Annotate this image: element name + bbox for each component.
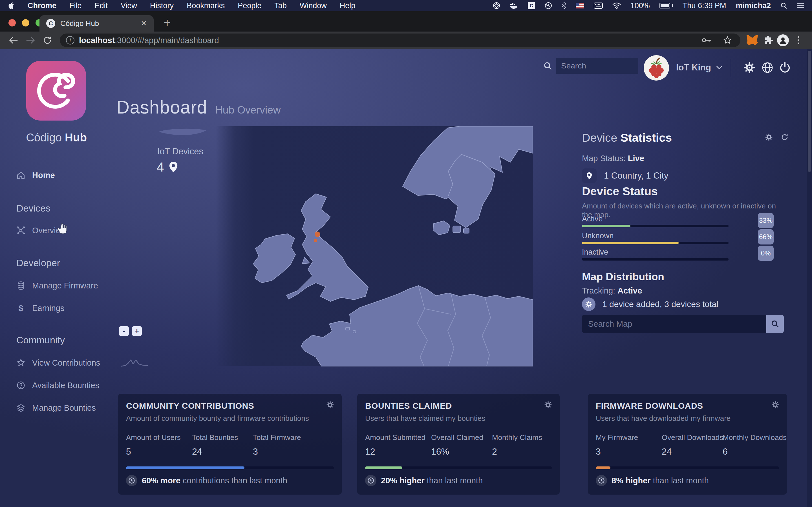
- chrome-tab-strip: C Código Hub ✕ +: [0, 11, 812, 32]
- menu-clock-label[interactable]: Thu 6:39 PM: [682, 1, 726, 10]
- stat-value: 6: [723, 446, 783, 457]
- tab-favicon-icon: C: [46, 19, 55, 28]
- status-progress-track: [582, 258, 728, 261]
- metamask-extension-icon[interactable]: [746, 34, 759, 47]
- keychain-menu-icon[interactable]: [545, 2, 552, 9]
- sidebar-item-home[interactable]: Home: [16, 169, 55, 181]
- stat-label: Overall Claimed: [431, 433, 492, 442]
- menu-item-window[interactable]: Window: [300, 1, 327, 10]
- menu-username-label[interactable]: mimicha2: [735, 1, 771, 10]
- input-source-flag-icon[interactable]: [576, 3, 584, 8]
- menu-item-history[interactable]: History: [150, 1, 174, 10]
- back-button[interactable]: [6, 33, 21, 48]
- status-row-label: Active: [582, 215, 603, 223]
- stat-label: Total Bounties: [192, 433, 253, 442]
- card-progress-fill: [365, 466, 402, 469]
- svg-text:C: C: [530, 3, 533, 8]
- sidebar-item-earnings[interactable]: $ Earnings: [16, 302, 64, 314]
- menu-item-people[interactable]: People: [238, 1, 261, 10]
- wifi-menu-icon[interactable]: [612, 2, 621, 9]
- map-attribution-sparkline: [121, 355, 149, 368]
- notification-center-icon[interactable]: [797, 3, 804, 9]
- map-devices-count: 4: [157, 159, 164, 175]
- device-marker[interactable]: [315, 231, 320, 237]
- header-search-input[interactable]: [556, 58, 638, 74]
- sidebar-item-view-contributions[interactable]: View Contributions: [16, 356, 100, 369]
- card-subtitle: Users that have downloaded my firmware: [596, 414, 779, 423]
- menu-item-bookmarks[interactable]: Bookmarks: [187, 1, 225, 10]
- globe-icon[interactable]: [761, 61, 774, 74]
- user-menu[interactable]: IoT King: [676, 62, 722, 73]
- map-search-input[interactable]: [582, 315, 766, 333]
- battery-icon[interactable]: [659, 3, 673, 8]
- browser-profile-icon[interactable]: [777, 34, 789, 46]
- scrollbar-thumb[interactable]: [808, 51, 811, 172]
- reload-button[interactable]: [40, 33, 55, 48]
- lifebuoy-menu-icon[interactable]: [493, 2, 500, 9]
- bluetooth-menu-icon[interactable]: [562, 2, 566, 9]
- header-search-icon[interactable]: [544, 62, 552, 70]
- sidebar-section-devices: Devices: [16, 203, 50, 214]
- tab-close-icon[interactable]: ✕: [141, 19, 147, 28]
- browser-menu-icon[interactable]: [791, 33, 806, 48]
- menu-item-tab[interactable]: Tab: [274, 1, 287, 10]
- c-app-menu-icon[interactable]: C: [528, 2, 535, 9]
- user-avatar[interactable]: [644, 55, 669, 80]
- browser-tab[interactable]: C Código Hub ✕: [40, 15, 154, 32]
- map-zoom-out-button[interactable]: -: [119, 326, 129, 336]
- card-settings-gear-icon[interactable]: [545, 401, 552, 408]
- minimize-window-button[interactable]: [22, 19, 29, 26]
- hub-icon: [16, 226, 26, 235]
- device-statistics-title: Device Statistics: [582, 131, 672, 145]
- status-pct-badge: 0%: [758, 245, 774, 261]
- firmware-downloads-card: FIRMWARE DOWNLOADS Users that have downl…: [588, 394, 787, 495]
- keyboard-menu-icon[interactable]: [594, 3, 603, 9]
- power-icon[interactable]: [778, 61, 792, 74]
- scrollbar[interactable]: [807, 49, 812, 507]
- stat-label: Monthly Downloads: [723, 433, 783, 442]
- card-progress-fill: [596, 466, 610, 469]
- bookmark-star-icon[interactable]: [721, 34, 734, 47]
- menu-item-help[interactable]: Help: [340, 1, 356, 10]
- forward-button[interactable]: [23, 33, 38, 48]
- password-key-icon[interactable]: [700, 34, 713, 47]
- panel-refresh-icon[interactable]: [781, 133, 788, 141]
- sidebar-item-available-bounties[interactable]: Available Bounties: [16, 379, 99, 392]
- extensions-puzzle-icon[interactable]: [761, 34, 775, 47]
- status-row-label: Unknown: [582, 231, 614, 240]
- status-pct-badge: 33%: [758, 213, 774, 228]
- close-window-button[interactable]: [8, 19, 16, 26]
- menu-item-chrome[interactable]: Chrome: [28, 1, 56, 10]
- sidebar-item-manage-bounties[interactable]: Manage Bounties: [16, 402, 96, 414]
- site-info-icon[interactable]: i: [66, 36, 74, 45]
- device-marker[interactable]: [314, 239, 317, 242]
- menu-item-view[interactable]: View: [121, 1, 137, 10]
- trend-clock-icon: [126, 475, 137, 486]
- brand-title: Código Hub: [0, 131, 113, 144]
- docker-menu-icon[interactable]: [510, 2, 518, 9]
- map-zoom-in-button[interactable]: +: [132, 326, 142, 336]
- chrome-toolbar: i localhost:3000/#/app/main/dashboard: [0, 32, 812, 49]
- app-logo[interactable]: [26, 61, 86, 121]
- panel-settings-gear-icon[interactable]: [765, 133, 772, 141]
- settings-gear-icon[interactable]: [743, 61, 756, 74]
- new-tab-button[interactable]: +: [160, 16, 174, 30]
- card-footer-text: 8% higher than last month: [612, 476, 709, 485]
- spotlight-search-icon[interactable]: [780, 2, 787, 9]
- menu-item-file[interactable]: File: [69, 1, 82, 10]
- sidebar-item-manage-firmware[interactable]: Manage Firmware: [16, 279, 98, 292]
- url-text[interactable]: localhost:3000/#/app/main/dashboard: [79, 36, 219, 45]
- europe-map[interactable]: [118, 126, 533, 367]
- dollar-icon: $: [16, 304, 26, 313]
- stat-value: 24: [192, 446, 253, 457]
- help-circle-icon: [16, 381, 26, 390]
- card-settings-gear-icon[interactable]: [772, 401, 779, 408]
- header-divider: [731, 59, 731, 76]
- location-summary: 1 Country, 1 City: [604, 171, 668, 181]
- apple-logo-icon[interactable]: [8, 2, 15, 10]
- stat-value: 24: [662, 446, 723, 457]
- card-settings-gear-icon[interactable]: [326, 401, 334, 408]
- map-search-button[interactable]: [766, 315, 784, 333]
- menu-item-edit[interactable]: Edit: [95, 1, 108, 10]
- address-bar[interactable]: i localhost:3000/#/app/main/dashboard: [60, 34, 741, 47]
